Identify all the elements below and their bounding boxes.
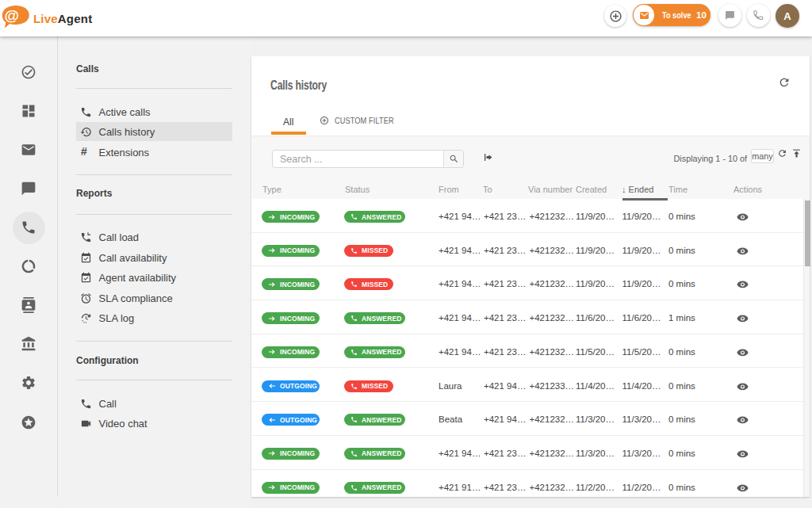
svg-text:@: @ <box>5 7 20 24</box>
